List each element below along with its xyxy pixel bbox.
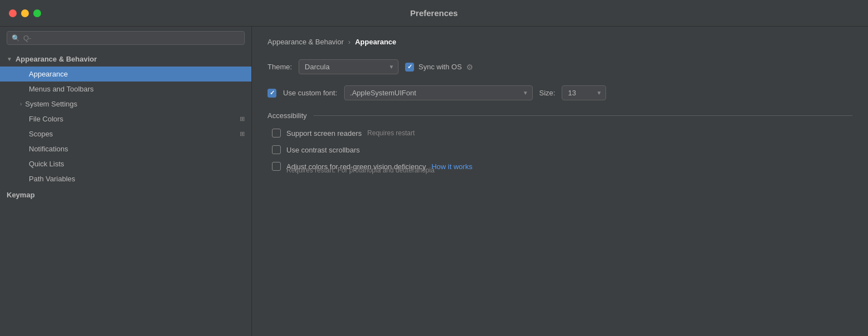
font-select[interactable]: .AppleSystemUIFont [344, 85, 533, 100]
theme-select[interactable]: Darcula IntelliJ Light High Contrast [299, 59, 398, 74]
sidebar-item-keymap[interactable]: Keymap [0, 186, 251, 201]
search-icon: 🔍 [12, 34, 20, 42]
sync-os-row: Sync with OS ⚙ [405, 63, 473, 72]
sidebar-item-menus-toolbars[interactable]: Menus and Toolbars [0, 82, 251, 96]
chevron-down-icon: ▼ [7, 56, 12, 62]
sidebar-item-path-variables[interactable]: Path Variables [0, 171, 251, 186]
content-area: Appearance & Behavior › Appearance Theme… [252, 27, 868, 336]
nav-item-appearance-label: Appearance [29, 70, 245, 78]
theme-row: Theme: Darcula IntelliJ Light High Contr… [268, 59, 852, 74]
size-label: Size: [539, 89, 556, 97]
color-deficiency-option: Adjust colors for red-green vision defic… [272, 162, 852, 174]
theme-select-wrapper: Darcula IntelliJ Light High Contrast ▼ [299, 59, 398, 74]
sidebar: 🔍 ▼ Appearance & Behavior Appearance Men… [0, 27, 252, 336]
nav-item-path-variables-label: Path Variables [29, 175, 245, 183]
size-select[interactable]: 13 11 12 14 16 [562, 85, 606, 100]
sidebar-item-scopes[interactable]: Scopes ⊞ [0, 126, 251, 141]
accessibility-label: Accessibility [268, 111, 307, 120]
scopes-icon: ⊞ [240, 130, 245, 138]
nav-item-notifications-label: Notifications [29, 145, 245, 153]
search-input[interactable] [23, 34, 240, 42]
sidebar-item-file-colors[interactable]: File Colors ⊞ [0, 111, 251, 126]
sidebar-item-notifications[interactable]: Notifications [0, 141, 251, 156]
sidebar-item-appearance-behavior-group[interactable]: ▼ Appearance & Behavior [0, 52, 251, 67]
how-it-works-link[interactable]: How it works [431, 162, 472, 171]
accessibility-options: Support screen readers Requires restart … [268, 129, 852, 174]
contrast-scrollbars-option: Use contrast scrollbars [272, 145, 852, 154]
font-select-wrapper: .AppleSystemUIFont ▼ [344, 85, 533, 100]
divider-line [314, 115, 852, 116]
nav-item-menus-label: Menus and Toolbars [29, 85, 245, 93]
sync-os-checkbox[interactable] [405, 63, 414, 72]
file-colors-icon: ⊞ [240, 115, 245, 123]
sidebar-nav: ▼ Appearance & Behavior Appearance Menus… [0, 49, 251, 336]
screen-readers-checkbox[interactable] [272, 129, 281, 138]
window-title: Preferences [410, 8, 458, 18]
screen-readers-option: Support screen readers Requires restart [272, 129, 852, 138]
search-box[interactable]: 🔍 [7, 31, 245, 45]
size-select-wrapper: 13 11 12 14 16 ▼ [562, 85, 606, 100]
nav-item-file-colors-label: File Colors [29, 115, 240, 123]
custom-font-row: Use custom font: .AppleSystemUIFont ▼ Si… [268, 85, 852, 100]
titlebar: Preferences [0, 0, 868, 27]
contrast-scrollbars-row: Use contrast scrollbars [272, 145, 852, 154]
screen-readers-note: Requires restart [367, 129, 415, 137]
maximize-button[interactable] [33, 9, 41, 17]
color-deficiency-checkbox[interactable] [272, 162, 281, 171]
accessibility-section: Accessibility [268, 111, 852, 120]
breadcrumb-separator: › [348, 38, 350, 46]
main-layout: 🔍 ▼ Appearance & Behavior Appearance Men… [0, 27, 868, 336]
sidebar-item-system-settings[interactable]: › System Settings [0, 96, 251, 111]
close-button[interactable] [9, 9, 17, 17]
nav-item-scopes-label: Scopes [29, 130, 240, 138]
nav-item-quick-lists-label: Quick Lists [29, 160, 245, 168]
sidebar-item-appearance[interactable]: Appearance [0, 67, 251, 82]
traffic-lights [9, 9, 41, 17]
breadcrumb-current: Appearance [355, 38, 396, 46]
minimize-button[interactable] [21, 9, 29, 17]
contrast-scrollbars-checkbox[interactable] [272, 145, 281, 154]
screen-readers-row: Support screen readers Requires restart [272, 129, 852, 138]
contrast-scrollbars-label: Use contrast scrollbars [286, 146, 360, 154]
keymap-label: Keymap [7, 191, 35, 199]
breadcrumb: Appearance & Behavior › Appearance [268, 38, 852, 46]
custom-font-checkbox[interactable] [268, 89, 276, 98]
group-label: Appearance & Behavior [16, 55, 97, 63]
theme-label: Theme: [268, 63, 292, 71]
color-deficiency-sub-note: Requires restart. For protanopia and deu… [272, 166, 852, 174]
chevron-right-icon: › [20, 101, 22, 107]
breadcrumb-parent: Appearance & Behavior [268, 38, 344, 46]
custom-font-label: Use custom font: [283, 89, 337, 97]
sidebar-item-quick-lists[interactable]: Quick Lists [0, 156, 251, 171]
gear-icon[interactable]: ⚙ [466, 63, 473, 72]
screen-readers-label: Support screen readers [286, 129, 362, 138]
sync-os-label: Sync with OS [418, 63, 462, 71]
nav-item-system-label: System Settings [25, 100, 77, 108]
